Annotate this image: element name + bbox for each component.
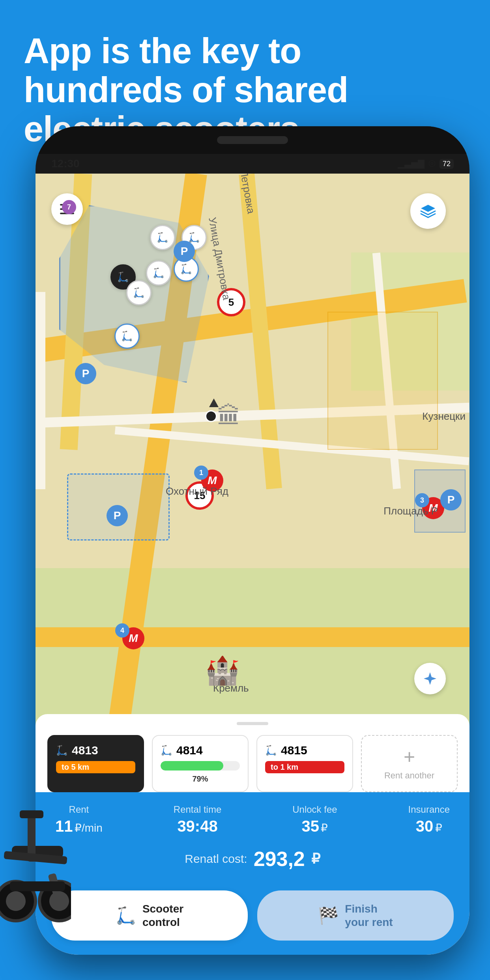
parking-sign-1: P bbox=[75, 363, 96, 384]
layers-button[interactable] bbox=[410, 193, 446, 229]
battery-icon: 72 bbox=[440, 159, 454, 169]
speed-sign-5: 5 bbox=[217, 288, 245, 316]
progress-bar-4814 bbox=[161, 761, 223, 771]
info-insurance: Insurance 30 ₽ bbox=[408, 804, 450, 835]
wifi-icon: ⦾ bbox=[428, 159, 436, 169]
scooter-marker-7[interactable]: 🛴 bbox=[114, 324, 140, 349]
decorative-scooter bbox=[0, 735, 71, 925]
user-triangle bbox=[209, 398, 219, 407]
rental-cost-row: Renatl cost: 293,2 ₽ bbox=[36, 847, 469, 883]
rent-another-label: Rent another bbox=[384, 771, 434, 781]
map-area[interactable]: 🛴 🛴 🛴 🛴 🛴 🛴 🛴 5 15 М 1 М 3 М 4 P P P P bbox=[36, 174, 469, 726]
bottom-panel: 🛴 4813 to 5 km 🛴 4814 79% 🛴 bbox=[36, 714, 469, 955]
kremlin-icon: 🏰 bbox=[205, 654, 239, 686]
unlock-fee-value: 35 ₽ bbox=[292, 817, 337, 835]
menu-button[interactable]: 7 bbox=[51, 193, 83, 225]
location-button[interactable] bbox=[414, 663, 446, 694]
scooter-control-icon: 🛴 bbox=[116, 906, 136, 925]
blue-info-section: Rent 11 ₽/min Rental time 39:48 Unlock f… bbox=[36, 792, 469, 847]
svg-point-1 bbox=[6, 891, 26, 911]
scooter-control-button[interactable]: 🛴 Scootercontrol bbox=[51, 890, 248, 941]
parking-sign-3: P bbox=[440, 489, 462, 511]
rental-cost-currency: ₽ bbox=[311, 851, 320, 867]
finish-rent-button[interactable]: 🏁 Finishyour rent bbox=[257, 890, 454, 941]
scooter-icon-3: 🛴 bbox=[265, 745, 277, 756]
building-icon: 🏛 bbox=[217, 402, 241, 430]
svg-rect-6 bbox=[20, 810, 43, 818]
scooter-marker-4[interactable]: 🛴 bbox=[146, 260, 171, 286]
status-icons: ▁▃▅▇ ⦾ 72 bbox=[398, 159, 454, 169]
add-icon: + bbox=[404, 747, 415, 767]
svg-rect-9 bbox=[10, 881, 65, 891]
scooter-num-1: 4813 bbox=[72, 744, 98, 757]
scooter-control-label: Scootercontrol bbox=[142, 902, 183, 929]
action-buttons-row: 🛴 Scootercontrol 🏁 Finishyour rent bbox=[36, 883, 469, 955]
scooter-cards-row: 🛴 4813 to 5 km 🛴 4814 79% 🛴 bbox=[47, 735, 458, 792]
scooter-marker-5[interactable]: 🛴 bbox=[126, 280, 151, 305]
unlock-fee-label: Unlock fee bbox=[292, 804, 337, 815]
insurance-value: 30 ₽ bbox=[408, 817, 450, 835]
scooter-badge-red: to 1 km bbox=[265, 761, 344, 773]
notification-badge: 7 bbox=[62, 200, 76, 214]
rental-cost-value: 293,2 bbox=[254, 847, 305, 871]
finish-rent-icon: 🏁 bbox=[318, 906, 339, 925]
rental-time-label: Rental time bbox=[174, 804, 221, 815]
phone-notch bbox=[36, 126, 469, 154]
insurance-label: Insurance bbox=[408, 804, 450, 815]
parking-sign-2: P bbox=[174, 241, 195, 262]
rent-another-card[interactable]: + Rent another bbox=[361, 735, 458, 792]
phone-frame: 12:30 ▁▃▅▇ ⦾ 72 bbox=[36, 126, 469, 955]
rental-time-value: 39:48 bbox=[174, 817, 221, 835]
rental-cost-label: Renatl cost: bbox=[185, 852, 247, 866]
phone-speaker bbox=[217, 136, 288, 144]
progress-label-4814: 79% bbox=[161, 774, 240, 784]
finish-rent-label: Finishyour rent bbox=[345, 902, 393, 929]
scooter-card-4815[interactable]: 🛴 4815 to 1 km bbox=[256, 735, 353, 792]
scooter-card-4814[interactable]: 🛴 4814 79% bbox=[152, 735, 249, 792]
scooter-icon-2: 🛴 bbox=[161, 745, 172, 756]
parking-sign-4: P bbox=[107, 505, 128, 526]
signal-icon: ▁▃▅▇ bbox=[398, 159, 425, 169]
panel-handle bbox=[237, 722, 268, 725]
info-rental-time: Rental time 39:48 bbox=[174, 804, 221, 835]
scooter-num-2: 4814 bbox=[176, 744, 203, 757]
user-dot bbox=[205, 410, 217, 422]
status-time: 12:30 bbox=[51, 157, 80, 170]
scooter-marker-1[interactable]: 🛴 bbox=[150, 225, 175, 250]
scooter-num-3: 4815 bbox=[281, 744, 307, 757]
info-unlock-fee: Unlock fee 35 ₽ bbox=[292, 804, 337, 835]
status-bar: 12:30 ▁▃▅▇ ⦾ 72 bbox=[36, 154, 469, 174]
